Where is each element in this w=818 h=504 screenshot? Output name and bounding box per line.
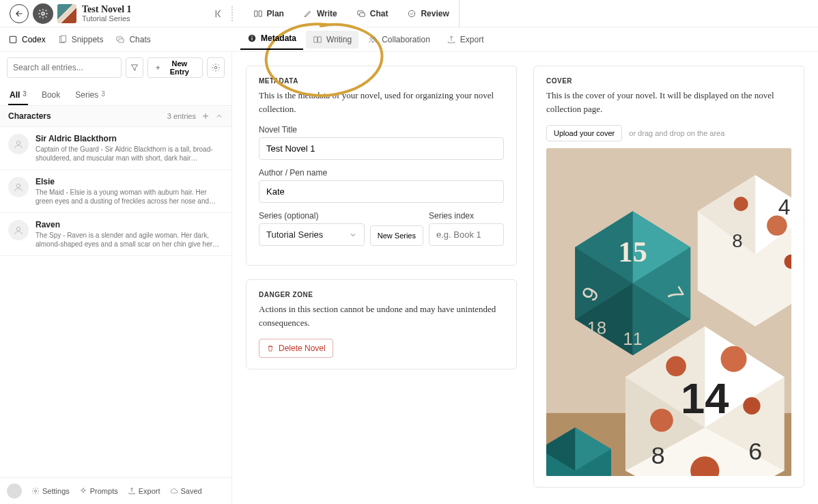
person-icon (13, 182, 24, 193)
footer-prompts[interactable]: Prompts (79, 487, 118, 495)
book-icon (313, 35, 322, 44)
leftnav-snippets[interactable]: Snippets (58, 35, 104, 44)
mode-tab-plan[interactable]: Plan (244, 0, 294, 27)
footer-label: Prompts (90, 487, 118, 495)
delete-novel-button[interactable]: Delete Novel (259, 339, 333, 358)
new-series-button[interactable]: New Series (370, 225, 423, 246)
novel-title-label: Novel Title (259, 125, 504, 135)
drag-handle[interactable] (229, 6, 236, 21)
pencil-icon (303, 9, 313, 18)
trash-icon (266, 344, 274, 352)
card-heading: DANGER ZONE (259, 291, 504, 298)
avatar (8, 220, 29, 240)
collapse-sidebar-button[interactable] (212, 7, 226, 20)
mode-tab-label: Review (421, 9, 449, 18)
list-item[interactable]: Sir Aldric Blackthorn Captain of the Gua… (0, 127, 231, 170)
svg-rect-10 (251, 37, 252, 40)
mode-tab-chat[interactable]: Chat (347, 0, 398, 27)
cover-image-dropzone[interactable]: 15 9 7 18 11 (546, 148, 791, 476)
footer-export[interactable]: Export (128, 487, 160, 495)
gear-icon (211, 63, 221, 72)
rightnav-label: Metadata (261, 33, 296, 43)
entry-desc: The Maid - Elsie is a young woman with a… (36, 188, 223, 206)
chat-icon (356, 9, 366, 18)
filter-tab-book[interactable]: Book (40, 86, 61, 105)
novel-thumbnail (57, 4, 76, 23)
danger-zone-card: DANGER ZONE Actions in this section cann… (246, 279, 517, 369)
filter-tab-all[interactable]: All 3 (8, 86, 28, 105)
back-button[interactable] (10, 4, 29, 23)
svg-point-49 (650, 408, 673, 432)
filter-icon (130, 63, 139, 72)
author-input[interactable] (259, 180, 504, 203)
settings-circle-button[interactable] (33, 3, 53, 24)
sparkle-icon (79, 487, 87, 495)
filter-tab-series[interactable]: Series 3 (74, 86, 107, 105)
person-icon (13, 225, 24, 236)
metadata-card: METADATA This is the metadata of your no… (246, 66, 517, 266)
sidebar-settings-button[interactable] (207, 57, 225, 78)
avatar (8, 177, 29, 197)
mode-tab-label: Write (317, 9, 337, 18)
filter-tab-label: Series (75, 90, 98, 101)
search-input[interactable] (7, 57, 122, 78)
upload-cover-button[interactable]: Upload your cover (546, 125, 622, 141)
footer-saved: Saved (170, 487, 202, 495)
leftnav-label: Snippets (72, 35, 104, 44)
rightnav-writing[interactable]: Writing (306, 31, 358, 48)
codex-icon (8, 35, 18, 44)
section-add-button[interactable] (201, 112, 210, 120)
list-item[interactable]: Raven The Spy - Raven is a slender and a… (0, 213, 231, 256)
footer-settings[interactable]: Settings (31, 487, 70, 495)
gear-icon (38, 8, 48, 19)
author-label: Author / Pen name (259, 168, 504, 178)
novel-title-input[interactable] (259, 137, 504, 160)
svg-point-12 (370, 37, 373, 40)
footer-label: Saved (181, 487, 202, 495)
rightnav-metadata[interactable]: Metadata (240, 29, 303, 50)
filter-tab-label: Book (42, 90, 60, 101)
leftnav-label: Codex (22, 35, 46, 44)
series-index-label: Series index (429, 211, 504, 221)
series-index-input[interactable] (429, 223, 504, 246)
card-heading: COVER (546, 77, 791, 85)
entry-name: Sir Aldric Blackthorn (36, 134, 223, 143)
mode-tab-review[interactable]: Review (397, 0, 458, 27)
export-icon (447, 35, 456, 44)
card-description: Actions in this section cannot be undone… (259, 303, 504, 329)
card-description: This is the cover of your novel. It will… (546, 89, 791, 115)
section-title: Characters (8, 111, 51, 121)
filter-button[interactable] (126, 57, 143, 78)
cover-card: COVER This is the cover of your novel. I… (533, 66, 804, 488)
book-open-icon (253, 9, 263, 18)
rightnav-collaboration[interactable]: Collaboration (361, 31, 437, 48)
list-item[interactable]: Elsie The Maid - Elsie is a young woman … (0, 170, 231, 213)
cover-image: 15 9 7 18 11 (546, 148, 791, 476)
rightnav-label: Export (460, 35, 484, 44)
rightnav-export[interactable]: Export (440, 31, 491, 48)
svg-text:8: 8 (732, 230, 742, 251)
svg-point-17 (16, 227, 20, 230)
filter-tab-count: 3 (101, 90, 105, 101)
leftnav-chats[interactable]: Chats (115, 35, 150, 44)
section-collapse-button[interactable] (215, 112, 223, 120)
series-select[interactable]: Tutorial Series (259, 223, 365, 246)
mode-tab-label: Plan (267, 9, 284, 18)
new-entry-button[interactable]: New Entry (147, 57, 203, 78)
user-avatar[interactable] (7, 484, 22, 499)
entry-name: Elsie (36, 177, 223, 186)
svg-text:14: 14 (681, 374, 729, 422)
chevron-up-icon (215, 112, 223, 120)
entry-name: Raven (36, 220, 223, 229)
section-header-characters[interactable]: Characters 3 entries (0, 106, 231, 127)
svg-point-0 (42, 12, 44, 15)
footer-label: Export (139, 487, 160, 495)
arrow-left-icon (14, 9, 24, 18)
series-select-value: Tutorial Series (266, 229, 323, 240)
svg-rect-6 (61, 36, 66, 42)
snippets-icon (58, 35, 68, 44)
svg-point-15 (16, 141, 20, 144)
svg-point-13 (373, 37, 376, 40)
leftnav-codex[interactable]: Codex (8, 35, 46, 44)
mode-tab-write[interactable]: Write (294, 0, 347, 27)
